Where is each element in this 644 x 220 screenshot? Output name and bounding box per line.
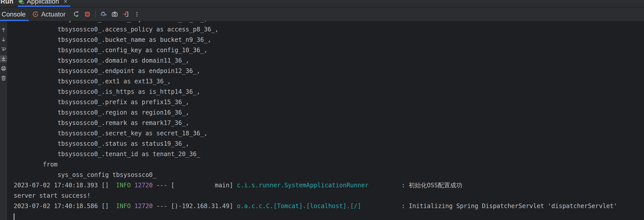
console-output[interactable]: tbsysossco0_.access_key as access_k7_36_… xyxy=(7,21,644,220)
exit-icon xyxy=(122,11,129,18)
arrow-up-icon xyxy=(1,27,7,33)
run-tool-window: Run Application × Console xyxy=(0,0,644,220)
print-icon xyxy=(1,65,7,71)
run-toolbar: Console Actuator xyxy=(0,7,644,21)
console-line: tbsysossco0_.tenant_id as tenant_20_36_ xyxy=(14,149,644,159)
soft-wrap-button[interactable] xyxy=(0,46,7,53)
camera-icon xyxy=(111,11,118,18)
tab-application-label: Application xyxy=(27,0,59,5)
arrow-down-icon xyxy=(1,36,7,43)
scroll-to-end-icon xyxy=(1,56,7,62)
console-line: tbsysossco0_.secret_key as secret_18_36_… xyxy=(14,128,644,139)
console-line: tbsysossco0_.access_key as access_k7_36_… xyxy=(14,21,644,24)
rerun-button[interactable] xyxy=(72,10,80,19)
attach-debugger-button[interactable] xyxy=(99,10,108,19)
console-line: tbsysossco0_.status as status19_36_, xyxy=(14,139,644,149)
actuator-icon xyxy=(32,11,39,17)
spring-boot-run-icon xyxy=(18,0,24,5)
rerun-icon xyxy=(73,11,80,18)
console-line: tbsysossco0_.ext1 as ext13_36_, xyxy=(14,76,644,87)
tab-actuator[interactable]: Actuator xyxy=(30,10,68,18)
toolbar-separator xyxy=(95,10,96,18)
console-line: tbsysossco0_.endpoint as endpoin12_36_, xyxy=(14,66,644,76)
close-icon[interactable]: × xyxy=(64,0,67,5)
thread-dump-button[interactable] xyxy=(110,10,119,19)
console-line: 2023-07-02 17:40:18.393 [] INFO 12720 --… xyxy=(14,180,644,191)
stop-button[interactable] xyxy=(83,10,92,19)
more-options-button[interactable] xyxy=(133,10,141,19)
console-line: tbsysossco0_.access_policy as access_p8_… xyxy=(14,24,644,35)
up-stack-trace-button[interactable] xyxy=(0,26,7,33)
clear-all-button[interactable] xyxy=(0,75,7,82)
trash-icon xyxy=(1,75,7,81)
tab-actuator-label: Actuator xyxy=(41,10,66,18)
console-line: 2023-07-02 17:40:18.586 [] INFO 12720 --… xyxy=(14,201,644,211)
tool-window-title: Run xyxy=(1,0,13,7)
print-button[interactable] xyxy=(0,65,7,72)
soft-wrap-icon xyxy=(1,46,7,52)
run-header-bar: Run Application × xyxy=(0,0,644,7)
down-stack-trace-button[interactable] xyxy=(0,36,7,43)
console-line: tbsysossco0_.is_https as is_http14_36_, xyxy=(14,87,644,97)
console-line: tbsysossco0_.remark as remark17_36_, xyxy=(14,118,644,128)
scroll-to-end-button[interactable] xyxy=(0,55,7,62)
console-line: tbsysossco0_.config_key as config_10_36_… xyxy=(14,45,644,56)
console-line xyxy=(14,211,644,220)
exit-button[interactable] xyxy=(122,10,130,19)
console-line: tbsysossco0_.domain as domain11_36_, xyxy=(14,56,644,66)
console-line: tbsysossco0_.prefix as prefix15_36_, xyxy=(14,97,644,107)
console-line: tbsysossco0_.bucket_name as bucket_n9_36… xyxy=(14,35,644,45)
tab-console[interactable]: Console xyxy=(0,7,29,21)
toolbar-actions xyxy=(71,10,143,19)
console-text: tbsysossco0_.access_key as access_k7_36_… xyxy=(7,21,644,220)
tab-console-label: Console xyxy=(2,10,26,18)
console-line: server start success! xyxy=(14,191,644,201)
stop-icon xyxy=(84,11,91,17)
more-vertical-icon xyxy=(134,11,140,17)
active-tab-underline xyxy=(18,6,70,7)
bug-arrow-icon xyxy=(100,11,107,18)
console-line: from xyxy=(14,159,644,170)
console-line: tbsysossco0_.region as region16_36_, xyxy=(14,107,644,118)
text-caret xyxy=(14,213,14,220)
console-line: sys_oss_config tbsysossco0_ xyxy=(14,170,644,180)
console-gutter xyxy=(0,21,7,220)
